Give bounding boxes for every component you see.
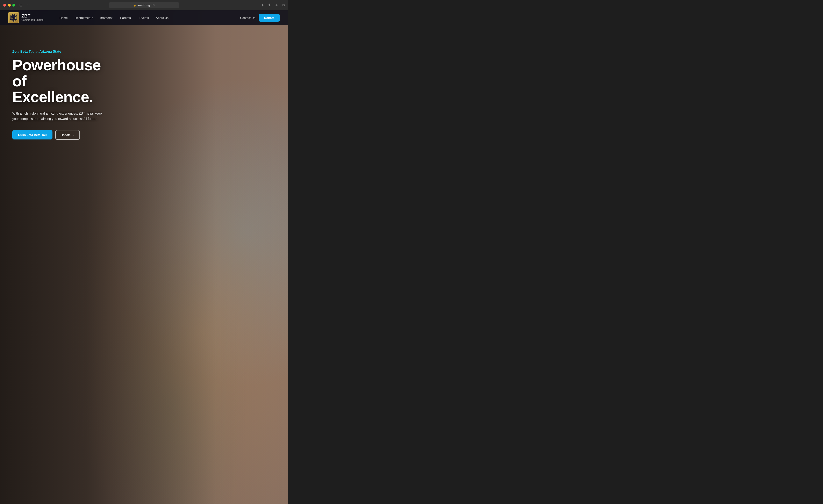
brand-sub: Gamma Tau Chapter <box>21 18 44 22</box>
nav-events[interactable]: Events <box>136 14 152 21</box>
brand-logo-area[interactable]: ZBT ZBT Gamma Tau Chapter <box>8 12 44 23</box>
navbar: ZBT ZBT Gamma Tau Chapter Home Recruitme… <box>0 10 288 25</box>
browser-content: ZBT ZBT Gamma Tau Chapter Home Recruitme… <box>0 10 288 504</box>
nav-home[interactable]: Home <box>56 14 70 21</box>
brand-text-area: ZBT Gamma Tau Chapter <box>21 14 44 22</box>
hero-title: Powerhouse of Excellence. <box>12 57 103 105</box>
back-arrow-icon[interactable]: ‹ <box>26 3 28 7</box>
lock-icon: 🔒 <box>133 4 136 7</box>
hero-description: With a rich history and amazing experien… <box>12 111 103 122</box>
hero-buttons: Rush Zeta Beta Tau Donate → <box>12 130 103 140</box>
parents-chevron-icon: › <box>132 16 133 19</box>
brothers-chevron-icon: › <box>112 16 113 19</box>
hero-title-line1: Powerhouse <box>12 56 101 73</box>
rush-button[interactable]: Rush Zeta Beta Tau <box>12 130 52 140</box>
refresh-icon[interactable]: ↻ <box>152 3 155 7</box>
nav-right: Contact Us Donate <box>240 14 280 22</box>
brand-crest: ZBT <box>8 12 19 23</box>
svg-text:ZBT: ZBT <box>11 16 17 20</box>
recruitment-chevron-icon: › <box>92 16 93 19</box>
download-icon[interactable]: ⬇ <box>261 3 264 7</box>
traffic-lights <box>3 4 15 7</box>
hero-section: Zeta Beta Tau at Arizona State Powerhous… <box>0 25 115 152</box>
tabs-overview-icon[interactable]: ⧉ <box>282 3 285 7</box>
hero-eyebrow: Zeta Beta Tau at Arizona State <box>12 50 103 53</box>
address-bar[interactable]: 🔒 asuzbt.org ↻ <box>109 2 179 8</box>
sidebar-toggle-icon[interactable]: ⊞ <box>19 3 22 7</box>
donate-button[interactable]: Donate <box>259 14 280 22</box>
hero-donate-button[interactable]: Donate → <box>55 130 80 140</box>
nav-recruitment[interactable]: Recruitment › <box>72 14 96 21</box>
nav-brothers[interactable]: Brothers › <box>97 14 116 21</box>
share-icon[interactable]: ⬆ <box>268 3 271 7</box>
nav-about[interactable]: About Us <box>153 14 171 21</box>
close-button[interactable] <box>3 4 6 7</box>
crest-svg: ZBT <box>9 13 18 22</box>
nav-links: Home Recruitment › Brothers › Parents › … <box>56 14 240 21</box>
contact-us-link[interactable]: Contact Us <box>240 16 255 20</box>
fullscreen-button[interactable] <box>12 4 15 7</box>
new-tab-icon[interactable]: ＋ <box>275 3 278 8</box>
minimize-button[interactable] <box>8 4 11 7</box>
url-text: asuzbt.org <box>137 4 150 7</box>
os-chrome: ⊞ ‹ › 🔒 asuzbt.org ↻ ⬇ ⬆ ＋ ⧉ <box>0 0 288 10</box>
hero-title-line2: of Excellence. <box>12 72 93 106</box>
forward-arrow-icon[interactable]: › <box>29 3 30 7</box>
nav-parents[interactable]: Parents › <box>117 14 135 21</box>
brand-name: ZBT <box>21 14 44 18</box>
nav-arrows: ‹ › <box>26 3 30 7</box>
toolbar-right: ⬇ ⬆ ＋ ⧉ <box>261 3 285 8</box>
